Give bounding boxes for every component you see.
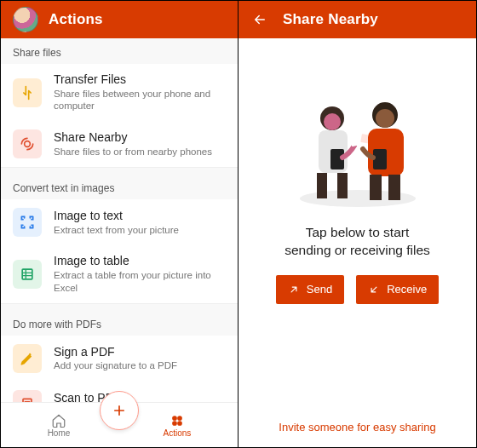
arrow-up-right-icon	[288, 284, 300, 296]
svg-rect-21	[373, 149, 387, 169]
svg-rect-1	[22, 269, 32, 279]
row-title: Transfer Files	[54, 72, 226, 88]
row-sub: Share files between your phone and compu…	[54, 88, 226, 113]
invite-link[interactable]: Invite someone for easy sharing	[238, 421, 476, 434]
send-label: Send	[307, 283, 332, 296]
arrow-left-icon	[252, 12, 267, 27]
svg-point-6	[178, 421, 182, 425]
row-sub: Extract a table from your picture into E…	[54, 269, 226, 295]
action-transfer-files[interactable]: Transfer Files Share files between your …	[1, 64, 238, 121]
appbar-actions: Actions	[1, 1, 238, 38]
svg-rect-12	[337, 173, 348, 198]
svg-rect-19	[370, 175, 382, 200]
image-to-table-icon	[13, 260, 42, 289]
image-to-text-icon	[13, 208, 42, 237]
svg-rect-20	[388, 175, 400, 200]
row-sub: Add your signature to a PDF	[54, 359, 177, 372]
row-sub: Extract text from your picture	[54, 224, 179, 237]
svg-point-5	[173, 421, 177, 425]
appbar-share: Share Nearby	[238, 1, 476, 38]
nav-actions-label: Actions	[164, 428, 192, 438]
svg-point-0	[25, 141, 31, 147]
plus-icon	[111, 402, 128, 419]
nav-home-label: Home	[48, 428, 71, 438]
row-title: Image to text	[54, 209, 179, 224]
receive-label: Receive	[387, 283, 427, 296]
section-share-files: Share files	[1, 38, 238, 64]
share-nearby-icon	[13, 129, 42, 158]
receive-button[interactable]: Receive	[356, 275, 439, 304]
svg-rect-14	[350, 136, 362, 146]
send-button[interactable]: Send	[276, 275, 344, 304]
back-button[interactable]	[250, 10, 269, 29]
row-sub: Share files to or from nearby phones	[54, 146, 212, 158]
action-image-to-table[interactable]: Image to table Extract a table from your…	[1, 245, 238, 302]
fab-create[interactable]	[100, 391, 139, 430]
nav-home[interactable]: Home	[48, 413, 71, 438]
avatar[interactable]	[13, 7, 38, 32]
row-title: Image to table	[54, 254, 226, 269]
action-share-nearby[interactable]: Share Nearby Share files to or from near…	[1, 121, 238, 167]
svg-point-3	[173, 416, 177, 420]
appbar-title: Share Nearby	[283, 11, 378, 28]
headline-line2: sending or receiving files	[284, 243, 430, 257]
svg-point-17	[376, 109, 394, 128]
action-image-to-text[interactable]: Image to text Extract text from your pic…	[1, 199, 238, 245]
svg-point-4	[178, 416, 182, 420]
svg-point-9	[324, 113, 341, 130]
action-sign-pdf[interactable]: Sign a PDF Add your signature to a PDF	[1, 336, 238, 382]
share-headline: Tap below to start sending or receiving …	[284, 224, 430, 260]
bottom-nav: Home Actions	[1, 402, 238, 447]
share-illustration	[281, 89, 434, 209]
transfer-files-icon	[13, 78, 42, 107]
section-convert-text: Convert text in images	[1, 174, 238, 199]
nav-actions[interactable]: Actions	[164, 413, 192, 438]
share-nearby-screen: Share Nearby	[238, 1, 476, 447]
headline-line1: Tap below to start	[306, 225, 409, 239]
appbar-title: Actions	[49, 11, 103, 28]
section-pdfs: Do more with PDFs	[1, 310, 238, 336]
actions-screen: Actions Share files Transfer Files Share…	[1, 1, 238, 447]
row-title: Share Nearby	[54, 130, 212, 146]
scan-to-pdf-icon	[13, 390, 42, 402]
arrow-down-left-icon	[368, 284, 380, 296]
row-title: Sign a PDF	[54, 345, 177, 360]
sign-pdf-icon	[13, 344, 42, 373]
svg-rect-11	[317, 173, 327, 198]
